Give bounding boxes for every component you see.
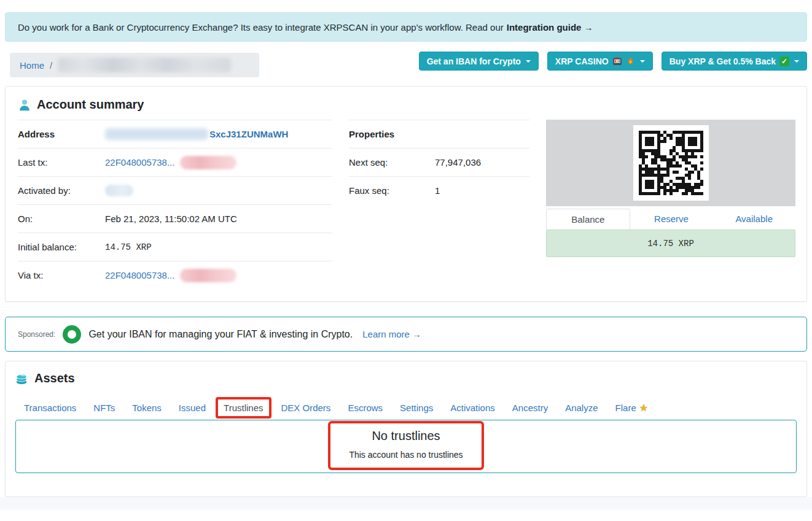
coins-stack-icon: [15, 372, 29, 385]
tab-issued[interactable]: Issued: [170, 399, 214, 416]
redacted-activator-blur: [105, 185, 133, 196]
get-iban-button[interactable]: Get an IBAN for Crypto: [419, 52, 539, 71]
via-tx-link[interactable]: 22F048005738...: [105, 270, 174, 280]
activated-on-row: On: Feb 21, 2023, 11:50:02 AM UTC: [18, 204, 332, 233]
tab-tokens[interactable]: Tokens: [123, 399, 170, 416]
activated-on-label: On:: [18, 214, 105, 224]
tab-dex-orders[interactable]: DEX Orders: [273, 399, 340, 416]
account-summary-header: Account summary: [18, 98, 794, 112]
balance-value-box: 14.75 XRP: [546, 230, 795, 257]
slot-machine-icon: [612, 56, 622, 66]
properties-table: Properties Next seq: 77,947,036 Faux seq…: [349, 120, 529, 289]
faux-seq-row: Faux seq: 1: [349, 176, 529, 204]
tab-balance[interactable]: Balance: [546, 209, 630, 230]
initial-balance-label: Initial balance:: [18, 242, 105, 252]
star-icon: ★: [639, 403, 648, 413]
buy-xrp-button[interactable]: Buy XRP & Get 0.5% Back ✓: [662, 52, 807, 71]
tab-flare[interactable]: Flare★: [607, 399, 657, 417]
properties-header-row: Properties: [349, 120, 529, 148]
activated-on-value: Feb 21, 2023, 11:50:02 AM UTC: [105, 214, 237, 224]
trustlines-content-panel: No trustlines This account has no trustl…: [15, 420, 797, 473]
next-seq-value: 77,947,036: [435, 157, 481, 168]
initial-balance-value: 14.75 XRP: [105, 242, 152, 252]
chevron-down-icon: [526, 60, 531, 63]
faux-seq-label: Faux seq:: [349, 185, 435, 196]
promo-banner-text: Do you work for a Bank or Cryptocurrency…: [18, 22, 504, 33]
breadcrumb-home-link[interactable]: Home: [20, 60, 44, 71]
address-link[interactable]: SxcJ31ZUNMaWH: [209, 129, 288, 139]
balance-value: 14.75 XRP: [647, 239, 694, 249]
header-buttons: Get an IBAN for Crypto XRP CASINO Buy XR…: [419, 52, 807, 71]
sponsor-logo-icon: [63, 325, 81, 344]
faux-seq-value: 1: [435, 185, 440, 196]
buy-xrp-button-label: Buy XRP & Get 0.5% Back: [670, 56, 776, 66]
account-summary-grid: Address SxcJ31ZUNMaWH Last tx: 22F048005…: [18, 120, 794, 289]
via-tx-row: Via tx: 22F048005738...: [18, 261, 332, 289]
person-icon: [18, 98, 31, 112]
last-tx-row: Last tx: 22F048005738...: [18, 148, 332, 176]
tab-trustlines[interactable]: Trustlines: [224, 403, 263, 413]
account-summary-card: Account summary Address SxcJ31ZUNMaWH La…: [5, 86, 807, 302]
next-seq-row: Next seq: 77,947,036: [349, 148, 529, 176]
tab-ancestry[interactable]: Ancestry: [504, 399, 556, 416]
via-tx-label: Via tx:: [18, 270, 105, 280]
activated-by-row: Activated by:: [18, 176, 332, 204]
last-tx-link[interactable]: 22F048005738...: [105, 157, 174, 168]
sponsored-label: Sponsored:: [18, 330, 55, 339]
activated-by-label: Activated by:: [18, 185, 105, 196]
redacted-address-blur: [105, 128, 208, 140]
sponsored-learn-more-link[interactable]: Learn more →: [362, 329, 421, 339]
redacted-tx-tag-blur: [180, 269, 236, 282]
get-iban-button-label: Get an IBAN for Crypto: [427, 56, 521, 66]
assets-title: Assets: [34, 371, 75, 385]
address-row: Address SxcJ31ZUNMaWH: [18, 120, 332, 148]
last-tx-label: Last tx:: [18, 157, 105, 168]
account-summary-title: Account summary: [37, 98, 144, 112]
sponsored-bar: Sponsored: Get your IBAN for managing yo…: [5, 317, 807, 352]
empty-state-title: No trustlines: [349, 429, 463, 443]
integration-guide-link[interactable]: Integration guide →: [507, 22, 593, 33]
tab-available[interactable]: Available: [712, 209, 795, 230]
balance-tabs: Balance Reserve Available: [546, 209, 795, 230]
tab-escrows[interactable]: Escrows: [339, 399, 391, 416]
qr-panel: [546, 120, 795, 206]
account-detail-table: Address SxcJ31ZUNMaWH Last tx: 22F048005…: [18, 120, 332, 289]
page-footer-strip: [0, 497, 812, 510]
properties-title: Properties: [349, 129, 394, 139]
initial-balance-row: Initial balance: 14.75 XRP: [18, 233, 332, 261]
qr-code: [633, 125, 709, 201]
assets-tabs: Transactions NFTs Tokens Issued Trustlin…: [15, 399, 797, 417]
address-label: Address: [18, 129, 105, 139]
promo-banner: Do you work for a Bank or Cryptocurrency…: [5, 12, 807, 42]
next-seq-label: Next seq:: [349, 157, 435, 168]
toolbar-row: Home / Get an IBAN for Crypto XRP CASINO…: [5, 52, 807, 77]
chevron-down-icon: [640, 60, 645, 63]
annotation-box-empty-state: No trustlines This account has no trustl…: [328, 421, 483, 470]
tab-analyze[interactable]: Analyze: [556, 399, 606, 416]
tab-reserve[interactable]: Reserve: [630, 209, 713, 230]
check-icon: ✓: [779, 56, 789, 66]
redacted-breadcrumb-address: [58, 58, 231, 72]
breadcrumb: Home /: [10, 53, 259, 77]
tab-activations[interactable]: Activations: [442, 399, 504, 416]
balance-panel: Balance Reserve Available 14.75 XRP: [546, 120, 795, 289]
breadcrumb-separator: /: [50, 60, 52, 71]
redacted-tx-tag-blur: [180, 156, 236, 169]
assets-card: Assets Transactions NFTs Tokens Issued T…: [5, 361, 807, 497]
empty-state-subtitle: This account has no trustlines: [349, 450, 463, 460]
tab-flare-label: Flare: [615, 403, 636, 413]
tab-transactions[interactable]: Transactions: [15, 399, 85, 416]
annotation-box-trustlines-tab: Trustlines: [216, 397, 271, 419]
sponsored-text: Get your IBAN for managing your FIAT & i…: [88, 329, 353, 340]
fire-icon: [626, 56, 635, 66]
chevron-down-icon: [794, 60, 799, 63]
xrp-casino-button-label: XRP CASINO: [555, 56, 609, 66]
xrp-casino-button[interactable]: XRP CASINO: [547, 52, 653, 71]
tab-nfts[interactable]: NFTs: [85, 399, 123, 416]
tab-settings[interactable]: Settings: [391, 399, 442, 416]
assets-header: Assets: [15, 371, 797, 385]
